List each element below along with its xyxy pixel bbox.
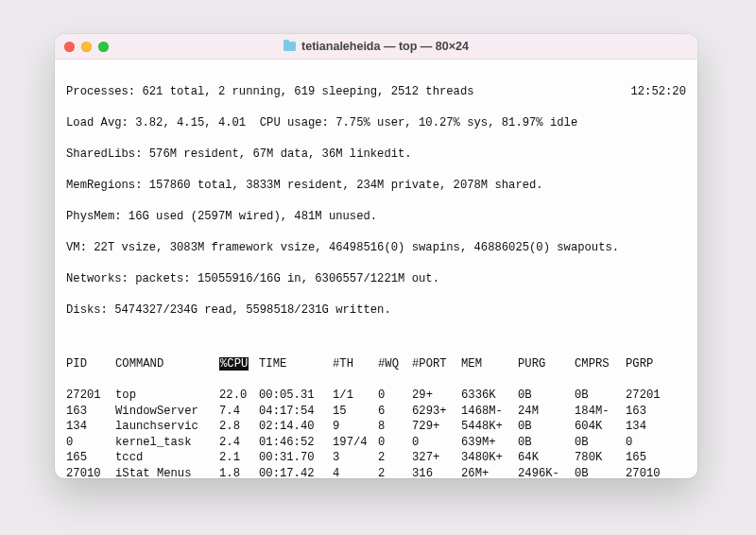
col-cmprs: CMPRS <box>575 356 626 371</box>
terminal-window: tetianaleheida — top — 80×24 Processes: … <box>55 34 697 478</box>
folder-icon <box>284 42 296 51</box>
col-pid: PID <box>66 356 115 371</box>
table-header: PIDCOMMAND%CPUTIME#TH#WQ#PORTMEMPURGCMPR… <box>66 356 686 371</box>
table-row: 163WindowServer7.404:17:541566293+1468M-… <box>66 404 686 419</box>
table-row: 134launchservic2.802:14.4098729+5448K+0B… <box>66 419 686 434</box>
col-cpu: %CPU <box>219 356 259 371</box>
col-purg: PURG <box>518 356 575 371</box>
header-memregions: MemRegions: 157860 total, 3833M resident… <box>66 178 686 193</box>
window-title: tetianaleheida — top — 80×24 <box>55 40 697 53</box>
col-wq: #WQ <box>378 356 412 371</box>
col-port: #PORT <box>412 356 461 371</box>
header-sharedlibs: SharedLibs: 576M resident, 67M data, 36M… <box>66 147 686 162</box>
zoom-icon[interactable] <box>98 42 109 52</box>
header-physmem: PhysMem: 16G used (2597M wired), 481M un… <box>66 209 686 224</box>
header-networks: Networks: packets: 15055916/16G in, 6306… <box>66 271 686 286</box>
header-processes: Processes: 621 total, 2 running, 619 sle… <box>66 84 686 99</box>
header-disks: Disks: 5474327/234G read, 5598518/231G w… <box>66 302 686 318</box>
header-vm: VM: 22T vsize, 3083M framework vsize, 46… <box>66 240 686 255</box>
col-th: #TH <box>333 356 378 371</box>
col-command: COMMAND <box>115 356 219 371</box>
col-mem: MEM <box>461 356 518 371</box>
close-icon[interactable] <box>64 42 75 52</box>
terminal-output[interactable]: Processes: 621 total, 2 running, 619 sle… <box>55 60 697 478</box>
table-row: 165tccd2.100:31.7032327+3480K+64K780K165 <box>66 450 686 465</box>
process-table: PIDCOMMAND%CPUTIME#TH#WQ#PORTMEMPURGCMPR… <box>66 341 686 478</box>
table-row: 0kernel_task2.401:46:52197/400639M+0B0B0 <box>66 435 686 450</box>
sort-indicator: %CPU <box>219 357 249 371</box>
clock: 12:52:20 <box>630 84 686 99</box>
header-loadavg: Load Avg: 3.82, 4.15, 4.01 CPU usage: 7.… <box>66 115 686 130</box>
titlebar[interactable]: tetianaleheida — top — 80×24 <box>55 34 697 60</box>
traffic-lights <box>64 42 109 52</box>
table-row: 27201top22.000:05.311/1029+6336K0B0B2720… <box>66 388 686 403</box>
minimize-icon[interactable] <box>81 42 92 52</box>
window-title-text: tetianaleheida — top — 80×24 <box>301 40 469 53</box>
col-time: TIME <box>259 356 333 371</box>
table-row: 27010iStat Menus1.800:17.424231626M+2496… <box>66 466 686 478</box>
col-pgrp: PGRP <box>626 356 671 371</box>
